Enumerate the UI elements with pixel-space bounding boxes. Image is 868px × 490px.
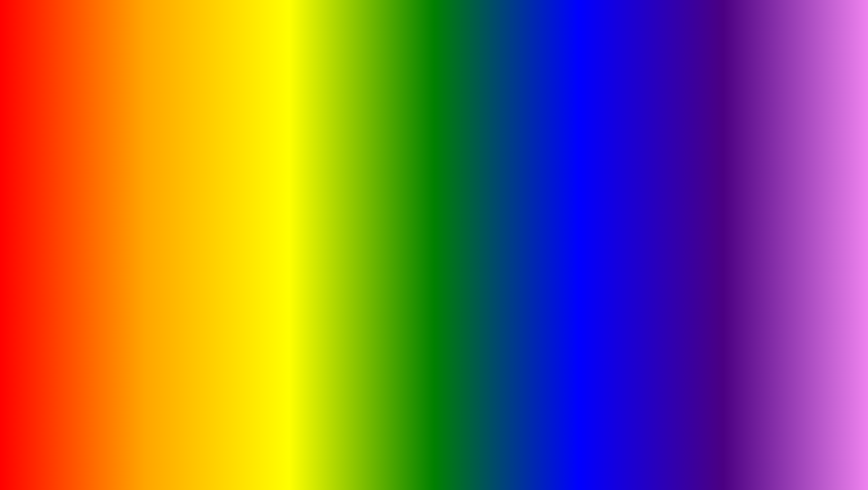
select-mode-label: Select Mode Farm : Level Farm [55,247,130,253]
mirage-divider-1: | [408,263,409,269]
mirage-content: 🌕 Full Moon 50% 👤 Mirage Island Not Foun… [382,229,534,318]
right-window-content: Race V4 Teleport To Top Of GreatTree Tel… [582,151,823,245]
sea-titlebar: \\ Sea Beasts // [150,229,289,243]
bf-logo-text-top: BL◉X [779,411,816,425]
health-label: Health : 12345/12345 [81,166,171,173]
left-titlebar: Z ZEN HUB | BLOX FRUIT ⊕ ✕ [45,134,264,151]
sea-item-2-checkbox[interactable] [274,275,283,284]
teleport-gear-left: ⚡ | Teleport To Gear [387,294,459,309]
auto-trials-col: Auto Trials Auto Complete Angel Trial Au… [705,156,818,240]
auto-trials-header: Auto Trials [705,156,818,165]
btn-teleport-temple[interactable]: Teleport To Temple Of Time [587,187,700,201]
sea-divider-1: | [176,254,178,261]
health-bar [81,174,171,177]
player-avatar: 🎭 [50,173,77,200]
right-person-icon[interactable]: 👤 [809,249,818,258]
right-titlebar: Z ZEN HUB | BLOX FRUIT ⊕ ✕ [582,134,823,151]
mirage-titlebar: \\ Mirage Island // [382,215,534,229]
auto-mirage-row: ⚡ | Auto Mirage Island [387,258,528,273]
bottom-text-container: AUTO FARM SCRIPT PASTEBIN [4,421,864,473]
auto-mirage-hop-checkbox[interactable] [519,279,528,288]
zen-z-icon: Z [50,138,54,147]
settings-icon[interactable]: ⚙ [66,312,72,321]
title-fruits: FRUITS [485,17,731,100]
sea-divider-2: | [176,276,178,283]
mirage-not-found-label: Mirage Island Not Found ✗ [401,247,471,254]
left-window-content: 🎭 XxArSendxX (Sky) Health : 12345/12345 … [45,151,264,228]
stamina-bar-container: Stamina : 12345/12345 [81,180,171,191]
right-apps-icon[interactable]: ⊟ [798,249,804,258]
currency-section: Bell : 60756374 Fragments : 18626 Bounty… [81,194,171,216]
sea-item-1-left: 🌊 | Auto Sea Beast [156,250,225,264]
teleport-gear-label: Teleport To Gear [416,298,459,305]
btn-teleport-safe-zone[interactable]: Teleport To Safe Zone When Pvp (Must Be … [587,204,700,222]
mirage-icon-2: ⚡ [387,276,402,291]
health-bar-container: Health : 12345/12345 [81,166,171,177]
auto-mirage-hop-label: Auto Mirage Island [HOP] [416,281,482,287]
full-moon-item: 🌕 Full Moon 50% [387,235,528,241]
btn-auto-cyborg[interactable]: Auto Complete Cyborg Trial [705,204,818,218]
stamina-label: Stamina : 12345/12345 [81,180,171,186]
sea-item-1-checkbox[interactable] [274,253,283,262]
sea-content: 🌊 | Auto Sea Beast 🌊 | Auto Sea Beast Ho… [150,243,289,298]
right-grid-icon[interactable]: ⊞ [760,249,765,258]
mirage-divider-3: | [408,298,409,305]
right-target-icon[interactable]: 🎯 [745,249,754,258]
sea-item-1: 🌊 | Auto Sea Beast [156,248,283,266]
btn-teleport-great-tree[interactable]: Teleport To Top Of GreatTree [587,169,700,184]
window-sea-beasts: \\ Sea Beasts // 🌊 | Auto Sea Beast 🌊 | … [150,228,289,299]
right-cart-icon[interactable]: 🛒 [783,249,792,258]
mirage-status-text: Mirage Island Not Found [401,247,465,254]
moon-icon: 🌕 [387,235,394,241]
btn-auto-angel[interactable]: Auto Complete Angel Trial [705,169,818,184]
discord-icon[interactable]: ⊕ [242,138,248,147]
right-face-icon[interactable]: ☺ [771,249,778,258]
mirage-header-label: \\ Mirage Island // [387,219,446,225]
bell-label: Bell : 60756374 [81,194,171,200]
mirage-icon-3: ⚡ [387,294,402,309]
mirage-status-x: ✗ [466,247,471,254]
sea-header-label: \\ Sea Beasts // [156,232,206,239]
bounty-label: Bounty : 1392193 [81,209,171,216]
close-button-right[interactable]: ✕ [812,138,818,147]
bf-logo-circle: BL◉X ☠ FRUITS [756,396,837,477]
mirage-status-item: 👤 Mirage Island Not Found ✗ [387,245,528,255]
right-discord-icon[interactable]: ⊕ [802,138,808,147]
race-v4-header: Race V4 [587,156,700,165]
skull-icon: ☠ [789,425,805,446]
bag-icon[interactable]: 🎒 [50,312,59,321]
mirage-divider-2: | [408,281,409,287]
select-weapon-label: Select Weapon : Melee [55,263,111,269]
auto-mirage-checkbox[interactable] [519,261,528,270]
two-col-layout: Race V4 Teleport To Top Of GreatTree Tel… [587,156,818,240]
blox-fruits-logo: BL◉X ☠ FRUITS [756,396,837,477]
close-button-left[interactable]: ✕ [253,138,259,147]
mirage-icon-1: ⚡ [387,258,402,273]
sea-item-2: 🌊 | Auto Sea Beast Hop [156,271,283,289]
teleport-gear-row: ⚡ | Teleport To Gear [387,294,528,309]
stamina-bar [81,187,171,191]
teleport-gear-checkbox[interactable] [519,297,528,306]
race-v4-col: Race V4 Teleport To Top Of GreatTree Tel… [587,156,700,240]
sea-beast-icon-1: 🌊 [156,250,170,264]
sword-icon[interactable]: ⚔ [79,312,85,321]
chart-icon[interactable]: 📊 [92,312,101,321]
stamina-fill [81,187,171,191]
script-text: SCRIPT [430,429,545,465]
left-title-label: Z ZEN HUB | BLOX FRUIT [50,138,124,147]
left-bottom-icons: 🎒 ⚙ ⚔ 📊 👤 [45,308,264,325]
right-title-label: Z ZEN HUB | BLOX FRUIT [587,138,661,147]
farm-text: FARM [293,421,420,473]
auto-mirage-label: Auto Mirage Island [416,263,464,269]
window-right: Z ZEN HUB | BLOX FRUIT ⊕ ✕ Race V4 Telep… [581,134,824,262]
fragments-label: Fragments : 18626 [81,202,171,208]
sea-beast-icon-2: 🌊 [156,272,170,287]
btn-teleport-pvp-zone[interactable]: Teleport Pvp Zone (Must Be in Temple Of … [587,224,700,237]
select-method-label: Select Farm Method : Upper [55,279,123,285]
player-info: XxArSendxX (Sky) Health : 12345/12345 St… [81,156,171,217]
sea-item-2-left: 🌊 | Auto Sea Beast Hop [156,272,237,287]
person-icon[interactable]: 👤 [107,312,116,321]
auto-text: AUTO [157,421,284,473]
btn-auto-rabbit[interactable]: Auto Complete Rabbit Trial [705,187,818,201]
left-window-title: ZEN HUB | BLOX FRUIT [58,139,124,146]
